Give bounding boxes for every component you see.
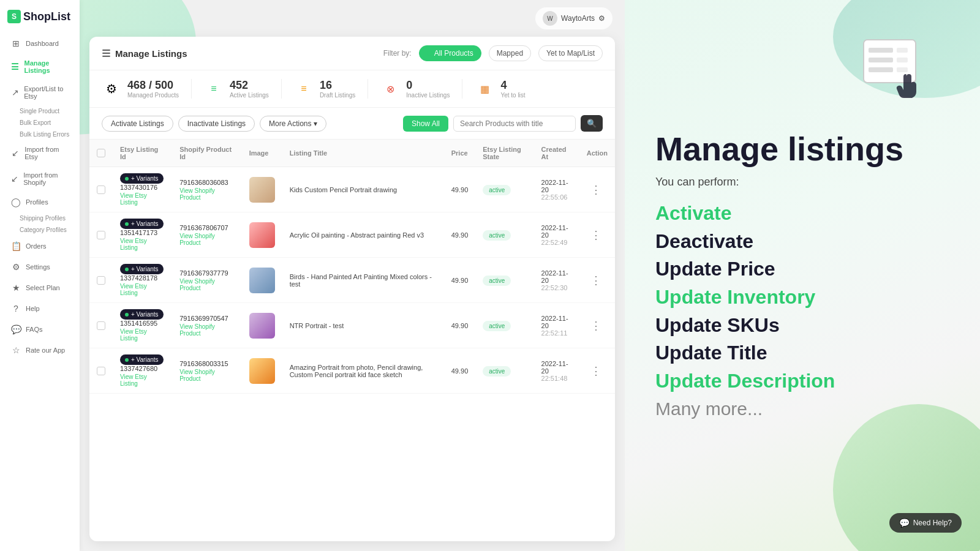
stat-yet-icon: ▦ — [475, 79, 494, 99]
row-checkbox[interactable] — [97, 367, 105, 375]
stat-inactive-icon: ⊗ — [380, 79, 400, 99]
sidebar-item-manage-listings[interactable]: ☰ Manage Listings — [4, 54, 76, 79]
etsy-id: 1337427680 — [120, 365, 165, 372]
orders-icon: 📋 — [11, 241, 21, 251]
stat-inactive-num: 0 — [406, 79, 450, 92]
sidebar-item-bulk-export[interactable]: Bulk Export — [0, 117, 80, 129]
activate-listings-button[interactable]: Activate Listings — [102, 116, 173, 132]
sidebar-item-orders[interactable]: 📋 Orders — [4, 236, 76, 256]
row-shopify-id-cell: 7916368036083 View Shopify Product — [172, 167, 241, 212]
stats-row: ⚙ 468 / 500 Managed Products ≡ 452 Activ… — [89, 70, 615, 108]
row-checkbox[interactable] — [97, 231, 105, 239]
help-chat-icon: 💬 — [899, 518, 910, 528]
user-settings-icon: ⚙ — [598, 14, 605, 23]
sidebar-item-settings[interactable]: ⚙ Settings — [4, 257, 76, 277]
sidebar-item-bulk-errors[interactable]: Bulk Listing Errors — [0, 129, 80, 140]
table-row: + Variants 1337430176 View Etsy Listing … — [89, 167, 615, 212]
row-price-cell: 49.90 — [444, 212, 476, 258]
promo-action-item: Update Title — [655, 340, 835, 366]
select-all-checkbox[interactable] — [97, 149, 105, 157]
view-shopify-link[interactable]: View Shopify Product — [179, 187, 234, 201]
need-help-button[interactable]: 💬 Need Help? — [889, 513, 962, 533]
user-menu[interactable]: W WaytoArts ⚙ — [535, 7, 612, 29]
col-price: Price — [444, 140, 476, 167]
status-badge: active — [483, 185, 511, 195]
view-etsy-link[interactable]: View Etsy Listing — [120, 238, 165, 251]
sidebar-item-profiles[interactable]: ◯ Profiles — [4, 192, 76, 212]
inactivate-listings-button[interactable]: Inactivate Listings — [178, 116, 255, 132]
action-menu-button[interactable]: ⋮ — [587, 273, 605, 288]
row-title-cell: NTR Portrait - test — [282, 303, 444, 348]
sidebar-item-dashboard[interactable]: ⊞ Dashboard — [4, 34, 76, 53]
row-action-cell: ⋮ — [579, 212, 615, 258]
status-badge: active — [483, 321, 511, 331]
row-checkbox[interactable] — [97, 186, 105, 194]
sidebar-item-select-plan[interactable]: ★ Select Plan — [4, 278, 76, 298]
sidebar-item-help[interactable]: ? Help — [4, 299, 76, 318]
variant-badge[interactable]: + Variants — [120, 354, 164, 365]
stat-draft-label: Draft Listings — [320, 92, 355, 99]
sidebar-item-import-shopify[interactable]: ↙ Import from Shopify — [4, 167, 76, 191]
sidebar-label-help: Help — [26, 305, 40, 312]
sidebar-item-category-profiles[interactable]: Category Profiles — [0, 224, 80, 236]
view-shopify-link[interactable]: View Shopify Product — [179, 323, 234, 337]
view-etsy-link[interactable]: View Etsy Listing — [120, 373, 165, 387]
shopify-id: 7916368036083 — [179, 179, 234, 186]
row-etsy-id-cell: + Variants 1351417173 View Etsy Listing — [113, 212, 172, 258]
row-checkbox-cell — [89, 212, 113, 258]
promo-action-item: Update Description — [655, 369, 835, 394]
col-checkbox — [89, 140, 113, 167]
row-created-cell: 2022-11-20 22:52:11 — [534, 303, 579, 348]
variant-badge[interactable]: + Variants — [120, 264, 164, 274]
search-input[interactable] — [453, 116, 576, 132]
stat-yet: ▦ 4 Yet to list — [462, 79, 537, 99]
variant-dot — [125, 222, 129, 226]
view-etsy-link[interactable]: View Etsy Listing — [120, 192, 165, 206]
more-actions-button[interactable]: More Actions ▾ — [260, 116, 326, 132]
listing-title: Kids Custom Pencil Portrait drawing — [290, 186, 397, 193]
view-etsy-link[interactable]: View Etsy Listing — [120, 328, 165, 342]
sidebar-item-shipping-profiles[interactable]: Shipping Profiles — [0, 212, 80, 224]
filter-yet-to-map[interactable]: Yet to Map/List — [538, 45, 603, 61]
row-price-cell: 49.90 — [444, 303, 476, 348]
row-price-cell: 49.90 — [444, 167, 476, 212]
variant-badge[interactable]: + Variants — [120, 309, 164, 320]
stat-yet-num: 4 — [500, 79, 525, 92]
show-all-button[interactable]: Show All — [403, 116, 448, 132]
view-shopify-link[interactable]: View Shopify Product — [179, 369, 234, 382]
row-checkbox[interactable] — [97, 321, 105, 330]
variant-label: + Variants — [131, 175, 159, 182]
row-action-cell: ⋮ — [579, 258, 615, 303]
view-shopify-link[interactable]: View Shopify Product — [179, 233, 234, 246]
action-menu-button[interactable]: ⋮ — [587, 228, 605, 242]
sidebar: S ShopList ⊞ Dashboard ☰ Manage Listings… — [0, 0, 80, 551]
variant-badge[interactable]: + Variants — [120, 219, 164, 229]
row-checkbox-cell — [89, 258, 113, 303]
variant-dot — [125, 358, 129, 362]
variant-dot — [125, 268, 129, 271]
action-menu-button[interactable]: ⋮ — [587, 318, 605, 333]
filter-all-products[interactable]: All Products — [419, 45, 481, 61]
view-etsy-link[interactable]: View Etsy Listing — [120, 283, 165, 296]
variant-badge[interactable]: + Variants — [120, 173, 164, 184]
filter-mapped[interactable]: Mapped — [489, 45, 531, 61]
sidebar-item-rate-app[interactable]: ☆ Rate our App — [4, 340, 76, 360]
sidebar-item-faqs[interactable]: 💬 FAQs — [4, 320, 76, 339]
sidebar-item-export-etsy[interactable]: ↗ Export/List to Etsy — [4, 80, 76, 105]
promo-action-item: Deactivate — [655, 229, 835, 255]
stat-managed-num: 468 / 500 — [127, 79, 179, 92]
variant-label: + Variants — [131, 266, 159, 272]
sidebar-item-import-etsy[interactable]: ↙ Import from Etsy — [4, 141, 76, 165]
row-checkbox[interactable] — [97, 276, 105, 285]
need-help-label: Need Help? — [913, 519, 952, 527]
col-created: Created At — [534, 140, 579, 167]
action-menu-button[interactable]: ⋮ — [587, 364, 605, 378]
view-shopify-link[interactable]: View Shopify Product — [179, 278, 234, 291]
shopify-id: 7916367937779 — [179, 269, 234, 277]
sidebar-label-dashboard: Dashboard — [26, 40, 59, 47]
action-menu-button[interactable]: ⋮ — [587, 182, 605, 197]
price: 49.90 — [451, 277, 469, 284]
listings-table: Etsy Listing Id Shopify Product Id Image… — [89, 140, 615, 394]
sidebar-item-single-product[interactable]: Single Product — [0, 105, 80, 117]
search-button[interactable]: 🔍 — [581, 115, 603, 132]
